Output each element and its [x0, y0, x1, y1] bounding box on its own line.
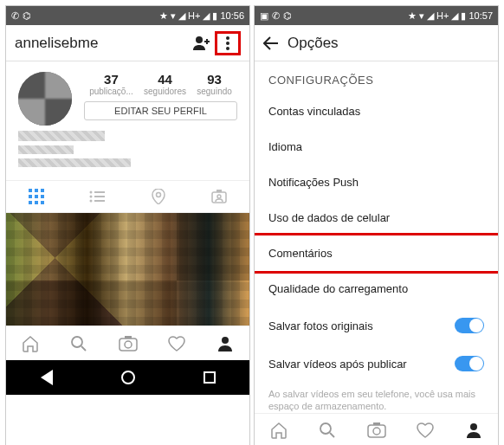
nav-home[interactable] — [255, 414, 303, 445]
setting-push[interactable]: Notificações Push — [255, 164, 498, 200]
phone-profile: ✆ ⌬ ★ ▾ ◢ H+ ◢ ▮ 10:56 annelisebme 37 p — [5, 5, 250, 445]
tab-tagged[interactable] — [189, 181, 249, 212]
svg-rect-5 — [35, 189, 38, 192]
home-icon — [22, 335, 39, 352]
setting-linked-accounts[interactable]: Contas vinculadas — [255, 94, 498, 129]
voicemail-icon: ⌬ — [283, 10, 292, 22]
svg-point-30 — [373, 428, 380, 435]
settings-list[interactable]: CONFIGURAÇÕES Contas vinculadas Idioma N… — [255, 61, 498, 413]
svg-point-0 — [196, 36, 203, 43]
nav-camera[interactable] — [103, 326, 152, 360]
network-icon: H+ — [188, 10, 200, 21]
camera-icon — [367, 422, 386, 438]
svg-point-15 — [90, 196, 93, 198]
clock: 10:57 — [468, 10, 493, 21]
toggle-save-photos[interactable] — [455, 318, 484, 333]
stat-followers[interactable]: 44 seguidores — [144, 72, 186, 96]
svg-point-1 — [226, 36, 229, 40]
toggle-save-videos[interactable] — [455, 356, 484, 371]
svg-rect-7 — [29, 195, 32, 198]
svg-rect-31 — [373, 422, 380, 425]
stat-following[interactable]: 93 seguindo — [197, 72, 232, 96]
wifi-icon: ▾ — [171, 10, 176, 22]
search-icon — [70, 335, 87, 352]
camera-icon — [119, 336, 138, 351]
svg-point-25 — [125, 341, 132, 348]
android-back[interactable] — [41, 370, 53, 385]
dots-vertical-icon — [225, 35, 230, 51]
tab-grid[interactable] — [6, 181, 67, 212]
bottom-nav — [6, 326, 249, 360]
svg-rect-18 — [94, 200, 105, 202]
username: annelisebme — [15, 35, 189, 52]
profile-icon — [466, 422, 481, 438]
setting-save-photos[interactable]: Salvar fotos originais — [255, 306, 498, 345]
svg-rect-12 — [41, 201, 44, 204]
stat-posts[interactable]: 37 publicaçõ... — [89, 72, 133, 96]
tab-list[interactable] — [67, 181, 127, 212]
edit-profile-button[interactable]: EDITAR SEU PERFIL — [84, 101, 237, 120]
star-icon: ★ — [408, 10, 417, 22]
wifi-icon: ▾ — [419, 10, 424, 22]
nav-profile[interactable] — [201, 326, 249, 360]
svg-rect-4 — [29, 189, 32, 192]
list-icon — [89, 190, 105, 203]
nav-search[interactable] — [55, 326, 103, 360]
android-nav — [6, 360, 249, 395]
svg-point-17 — [90, 200, 93, 203]
profile-header: 37 publicaçõ... 44 seguidores 93 seguind… — [6, 61, 249, 131]
avatar[interactable] — [18, 72, 72, 126]
svg-rect-26 — [125, 336, 132, 339]
tab-places[interactable] — [128, 181, 189, 212]
nav-activity[interactable] — [401, 414, 449, 445]
svg-rect-9 — [41, 195, 44, 198]
svg-rect-8 — [35, 195, 38, 198]
posts-grid[interactable] — [6, 213, 249, 326]
options-menu-button[interactable] — [215, 31, 241, 55]
svg-point-27 — [222, 337, 229, 344]
setting-comments[interactable]: Comentários — [255, 233, 498, 274]
profile-view-tabs — [6, 180, 249, 213]
nav-search[interactable] — [303, 414, 352, 445]
nav-activity[interactable] — [152, 326, 201, 360]
svg-rect-16 — [94, 196, 105, 197]
setting-cellular[interactable]: Uso de dados de celular — [255, 200, 498, 235]
bio-text — [18, 145, 74, 154]
svg-rect-6 — [41, 189, 44, 192]
setting-language[interactable]: Idioma — [255, 129, 498, 164]
svg-rect-10 — [29, 201, 32, 204]
nav-home[interactable] — [6, 326, 55, 360]
svg-point-21 — [217, 195, 221, 198]
setting-quality[interactable]: Qualidade do carregamento — [255, 271, 498, 306]
svg-rect-29 — [368, 425, 385, 437]
signal-icon: ◢ — [203, 10, 210, 22]
svg-rect-14 — [94, 191, 105, 193]
bottom-nav — [255, 413, 498, 445]
add-user-icon[interactable] — [189, 35, 215, 51]
search-icon — [319, 422, 336, 439]
whatsapp-icon: ✆ — [272, 10, 280, 22]
svg-point-3 — [226, 47, 229, 50]
star-icon: ★ — [159, 10, 168, 22]
nav-camera[interactable] — [352, 414, 400, 445]
bio-name — [18, 131, 105, 141]
svg-point-23 — [72, 337, 82, 347]
pin-icon — [152, 189, 165, 204]
back-button[interactable] — [263, 36, 279, 50]
page-title: Opções — [288, 35, 339, 52]
clock: 10:56 — [220, 10, 244, 21]
signal-icon: ◢ — [451, 10, 458, 22]
status-bar: ✆ ⌬ ★ ▾ ◢ H+ ◢ ▮ 10:56 — [6, 6, 249, 25]
svg-rect-20 — [212, 192, 226, 203]
svg-point-28 — [320, 423, 331, 434]
whatsapp-icon: ✆ — [11, 10, 19, 22]
nav-profile[interactable] — [449, 414, 498, 445]
network-icon: H+ — [436, 10, 449, 21]
android-home[interactable] — [121, 371, 135, 384]
setting-save-videos[interactable]: Salvar vídeos após publicar — [255, 345, 498, 383]
android-recent[interactable] — [204, 371, 216, 384]
phone-options: ▣ ✆ ⌬ ★ ▾ ◢ H+ ◢ ▮ 10:57 Opções CONFIGUR… — [254, 5, 499, 445]
svg-point-13 — [90, 191, 93, 194]
signal-icon: ◢ — [427, 10, 434, 22]
bio-link — [18, 158, 131, 167]
